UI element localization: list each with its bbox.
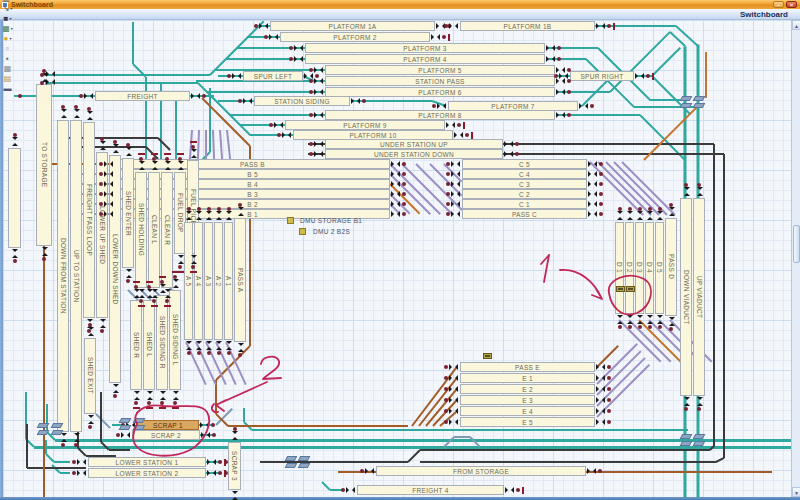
track-label-e-3[interactable]: E 3 (460, 395, 595, 405)
turnout-icon[interactable] (351, 98, 360, 105)
track-label-a-1[interactable]: A 1 (224, 222, 233, 340)
track-label-lower-station-2[interactable]: LOWER STATION 2 (88, 468, 206, 478)
turnout-icon[interactable] (504, 151, 513, 158)
turnout-icon[interactable] (314, 67, 323, 74)
track-label-c-5[interactable]: C 5 (462, 159, 587, 169)
turnout-icon[interactable] (449, 419, 458, 426)
scrollbar-thumb[interactable] (793, 225, 800, 263)
turnout-icon[interactable] (596, 397, 605, 404)
dmu-marker-icon[interactable] (287, 217, 294, 224)
turnout-icon[interactable] (314, 78, 323, 85)
turnout-icon[interactable] (449, 364, 458, 371)
double-slip-crossing-icon[interactable] (38, 423, 47, 437)
turnout-icon[interactable] (596, 375, 605, 382)
turnout-icon[interactable] (588, 211, 597, 218)
turnout-icon[interactable] (159, 284, 166, 293)
turnout-icon[interactable] (451, 161, 460, 168)
track-label-e-1[interactable]: E 1 (460, 373, 595, 383)
turnout-icon[interactable] (346, 487, 355, 494)
double-slip-crossing-icon[interactable] (694, 434, 703, 448)
track-label-lower-station-1[interactable]: LOWER STATION 1 (88, 457, 206, 467)
double-slip-crossing-icon[interactable] (299, 456, 308, 470)
track-label-scrap-1[interactable]: SCRAP 1 (137, 420, 199, 430)
turnout-icon[interactable] (159, 391, 166, 400)
track-label-platform-1b[interactable]: PLATFORM 1B (460, 21, 595, 31)
double-slip-crossing-icon[interactable] (120, 418, 129, 432)
dmu-marker-icon[interactable] (299, 228, 306, 235)
turnout-icon[interactable] (231, 491, 238, 500)
turnout-icon[interactable] (237, 207, 244, 216)
track-label-down-viaduct[interactable]: DOWN VIADUCT (680, 198, 692, 396)
turnout-icon[interactable] (185, 211, 192, 220)
turnout-icon[interactable] (104, 191, 113, 198)
turnout-icon[interactable] (185, 341, 192, 350)
turnout-icon[interactable] (84, 93, 93, 100)
turnout-icon[interactable] (596, 419, 605, 426)
turnout-icon[interactable] (596, 408, 605, 415)
turnout-icon[interactable] (232, 73, 241, 80)
double-slip-crossing-icon[interactable] (694, 96, 703, 110)
turnout-icon[interactable] (11, 137, 18, 146)
track-label-a-4[interactable]: A 4 (194, 222, 203, 340)
close-button[interactable]: × (786, 1, 797, 8)
vertical-scrollbar[interactable]: ▲ ▼ (791, 20, 800, 497)
turnout-icon[interactable] (151, 161, 158, 170)
turnout-icon[interactable] (596, 364, 605, 371)
track-label-shed-holding[interactable]: SHED HOLDING (135, 172, 147, 288)
turnout-icon[interactable] (172, 391, 179, 400)
turnout-icon[interactable] (646, 315, 653, 324)
turnout-icon[interactable] (112, 144, 119, 153)
track-label-platform-1a[interactable]: PLATFORM 1A (270, 21, 435, 31)
turnout-icon[interactable] (668, 317, 675, 326)
track-label-pass-c[interactable]: PASS C (462, 209, 587, 219)
turnout-icon[interactable] (451, 191, 460, 198)
turnout-icon[interactable] (556, 89, 565, 96)
track-label-d-3[interactable]: D 3 (635, 222, 644, 314)
turnout-icon[interactable] (11, 249, 18, 258)
turnout-icon[interactable] (104, 171, 113, 178)
turnout-icon[interactable] (588, 161, 597, 168)
turnout-icon[interactable] (391, 181, 400, 188)
turnout-icon[interactable] (225, 341, 232, 350)
turnout-icon[interactable] (73, 433, 80, 442)
loco-indicator-icon[interactable] (616, 286, 625, 292)
turnout-icon[interactable] (207, 459, 216, 466)
turnout-icon[interactable] (87, 415, 94, 424)
turnout-icon[interactable] (207, 470, 216, 477)
turnout-icon[interactable] (451, 181, 460, 188)
turnout-icon[interactable] (237, 343, 244, 352)
turnout-icon[interactable] (504, 141, 513, 148)
turnout-icon[interactable] (683, 397, 690, 406)
turnout-icon[interactable] (636, 211, 643, 220)
track-label-clean-l[interactable]: CLEAN L (148, 172, 160, 288)
turnout-icon[interactable] (454, 132, 463, 139)
turnout-icon[interactable] (125, 269, 132, 278)
turnout-icon[interactable] (121, 432, 130, 439)
track-label-spur-left[interactable]: SPUR LEFT (243, 71, 303, 81)
turnout-icon[interactable] (446, 122, 455, 129)
turnout-icon[interactable] (431, 34, 440, 41)
turnout-icon[interactable] (588, 171, 597, 178)
track-label-platform-9[interactable]: PLATFORM 9 (285, 120, 445, 130)
track-label-spur-right[interactable]: SPUR RIGHT (570, 71, 634, 81)
turnout-icon[interactable] (696, 187, 703, 196)
turnout-icon[interactable] (138, 161, 145, 170)
double-slip-crossing-icon[interactable] (286, 456, 295, 470)
turnout-icon[interactable] (77, 470, 86, 477)
turnout-icon[interactable] (99, 141, 106, 150)
track-label-under-station-up[interactable]: UNDER STATION UP (325, 139, 503, 149)
turnout-icon[interactable] (505, 487, 514, 494)
track-label-from-storage[interactable]: FROM STORAGE (376, 466, 586, 476)
turnout-icon[interactable] (164, 161, 171, 170)
turnout-icon[interactable] (626, 315, 633, 324)
turnout-icon[interactable] (391, 171, 400, 178)
turnout-icon[interactable] (133, 289, 140, 298)
turnout-icon[interactable] (626, 211, 633, 220)
track-label-c-1[interactable]: C 1 (462, 199, 587, 209)
turnout-icon[interactable] (41, 247, 48, 256)
turnout-icon[interactable] (104, 181, 113, 188)
track-label-d-1[interactable]: D 1 (615, 222, 624, 314)
turnout-icon[interactable] (104, 211, 113, 218)
turnout-icon[interactable] (215, 341, 222, 350)
track-label-to-storage[interactable]: TO STORAGE (36, 84, 52, 246)
